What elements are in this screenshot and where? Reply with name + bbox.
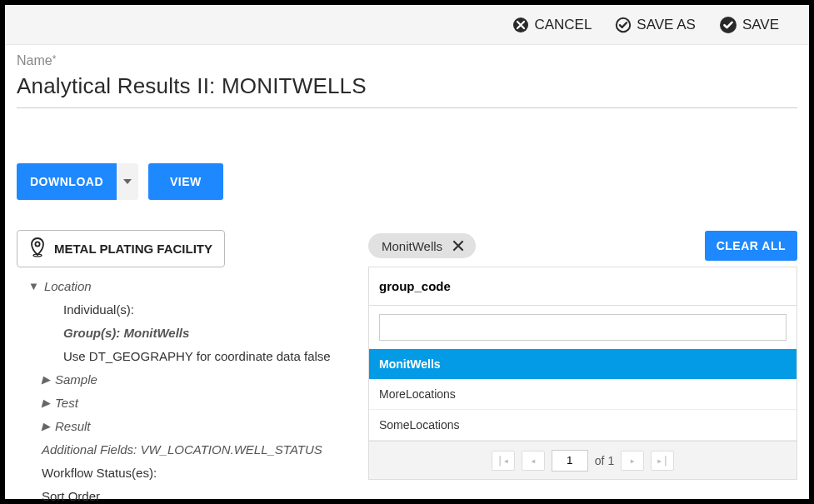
pager-last-button[interactable]: ▸| bbox=[651, 451, 674, 471]
download-button[interactable]: DOWNLOAD bbox=[17, 163, 117, 200]
pager-next-button[interactable]: ▸ bbox=[621, 451, 644, 471]
filter-chip-monitwells[interactable]: MonitWells bbox=[368, 233, 476, 258]
tree-location-label: Location bbox=[44, 279, 92, 293]
group-code-panel: group_code MonitWellsMoreLocationsSomeLo… bbox=[368, 267, 797, 480]
group-item-somelocations[interactable]: SomeLocations bbox=[369, 410, 797, 441]
tree-node-additional-fields[interactable]: Additional Fields: VW_LOCATION.WELL_STAT… bbox=[17, 437, 365, 461]
top-action-bar: CANCEL SAVE AS SAVE bbox=[5, 5, 809, 45]
name-label-text: Name bbox=[17, 53, 52, 67]
cancel-label: CANCEL bbox=[534, 17, 592, 33]
chevron-down-icon bbox=[123, 179, 132, 184]
tree-result-label: Result bbox=[55, 419, 91, 433]
group-code-search-input[interactable] bbox=[379, 314, 787, 341]
cancel-button[interactable]: CANCEL bbox=[512, 17, 592, 33]
pager-of-text: of bbox=[595, 454, 605, 467]
tree-node-individuals[interactable]: Individual(s): bbox=[17, 297, 365, 321]
pager-prev-button[interactable]: ◂ bbox=[522, 451, 545, 471]
view-button[interactable]: VIEW bbox=[148, 163, 223, 200]
chip-remove-button[interactable] bbox=[451, 238, 466, 253]
expand-icon: ▶ bbox=[42, 373, 50, 386]
group-item-monitwells[interactable]: MonitWells bbox=[369, 349, 797, 379]
tree-node-location[interactable]: ▼Location bbox=[17, 274, 365, 297]
pager-of-label: of 1 bbox=[595, 454, 614, 467]
panel-header: group_code bbox=[369, 267, 797, 306]
collapse-icon: ▼ bbox=[28, 280, 39, 292]
tree-test-label: Test bbox=[55, 396, 78, 410]
required-asterisk: * bbox=[52, 53, 57, 65]
tree-node-geography[interactable]: Use DT_GEOGRAPHY for coordinate data fal… bbox=[17, 344, 365, 367]
save-label: SAVE bbox=[742, 17, 779, 33]
save-as-button[interactable]: SAVE AS bbox=[615, 17, 696, 33]
tree-node-sort-order[interactable]: Sort Order bbox=[17, 484, 365, 504]
clear-all-button[interactable]: CLEAR ALL bbox=[705, 231, 797, 261]
facility-selector[interactable]: METAL PLATING FACILITY bbox=[17, 230, 225, 267]
pagination-bar: |◂ ◂ of 1 ▸ ▸| bbox=[369, 441, 797, 479]
save-as-label: SAVE AS bbox=[637, 17, 696, 33]
pager-first-button[interactable]: |◂ bbox=[492, 451, 515, 471]
download-split-button: DOWNLOAD bbox=[17, 163, 138, 200]
parameter-tree: ▼Location Individual(s): Group(s): Monit… bbox=[17, 274, 365, 504]
svg-point-3 bbox=[35, 242, 39, 246]
tree-sample-label: Sample bbox=[55, 372, 97, 387]
tree-node-result[interactable]: ▶Result bbox=[17, 414, 365, 437]
download-dropdown-toggle[interactable] bbox=[117, 163, 138, 200]
tree-node-groups[interactable]: Group(s): MonitWells bbox=[17, 321, 365, 344]
name-field-label: Name* bbox=[17, 53, 797, 68]
chip-label: MonitWells bbox=[382, 239, 442, 253]
expand-icon: ▶ bbox=[42, 397, 50, 409]
check-circle-outline-icon bbox=[615, 17, 632, 33]
map-pin-icon bbox=[29, 237, 46, 260]
cancel-icon bbox=[512, 17, 529, 33]
save-button[interactable]: SAVE bbox=[719, 16, 779, 34]
name-input[interactable]: Analytical Results II: MONITWELLS bbox=[17, 73, 797, 108]
close-icon bbox=[452, 240, 464, 252]
tree-node-test[interactable]: ▶Test bbox=[17, 391, 365, 414]
group-item-morelocations[interactable]: MoreLocations bbox=[369, 379, 797, 410]
tree-node-sample[interactable]: ▶Sample bbox=[17, 367, 365, 391]
check-circle-icon bbox=[719, 16, 737, 34]
pager-page-input[interactable] bbox=[552, 450, 588, 472]
tree-node-workflow-statuses[interactable]: Workflow Status(es): bbox=[17, 461, 365, 484]
pager-total: 1 bbox=[607, 454, 614, 467]
facility-label: METAL PLATING FACILITY bbox=[54, 242, 212, 256]
expand-icon: ▶ bbox=[42, 420, 50, 432]
